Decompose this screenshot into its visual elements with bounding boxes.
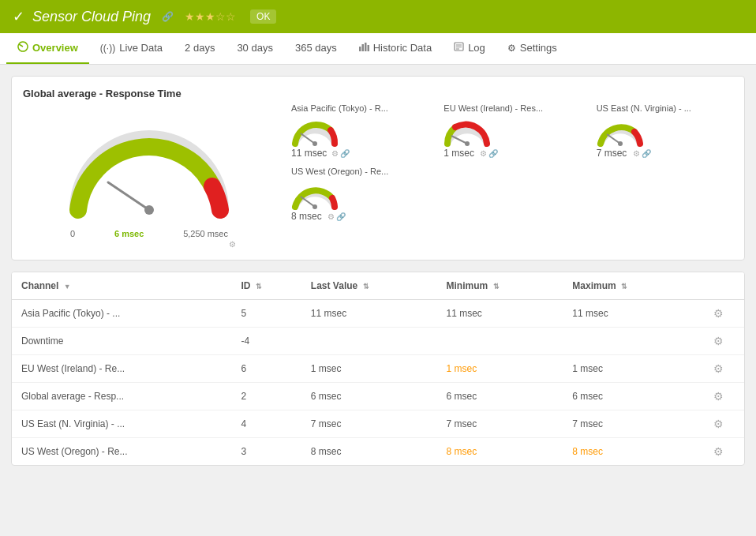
main-content: Global average - Response Time [0, 65, 756, 477]
main-gauge-wrapper: 0 6 msec 5,250 msec ⚙ [23, 107, 275, 249]
gauge-card: Global average - Response Time [11, 76, 745, 261]
row5-gear-icon[interactable]: ⚙ [713, 418, 724, 430]
small-gauge-us-west-svg [291, 179, 339, 211]
row1-gear-icon[interactable]: ⚙ [713, 307, 724, 320]
small-gauge-eu-west-svg [443, 116, 491, 148]
row2-action[interactable]: ⚙ [693, 328, 744, 355]
row4-action[interactable]: ⚙ [693, 383, 744, 410]
small-gauge-asia-pacific-title: Asia Pacific (Tokyo) - R... [291, 103, 388, 113]
tab-live-data-label: Live Data [119, 42, 163, 54]
tab-30-days[interactable]: 30 days [226, 33, 284, 64]
nav-tabs: Overview ((·)) Live Data 2 days 30 days … [0, 33, 756, 65]
row3-maximum: 1 msec [563, 355, 693, 383]
historic-data-icon [359, 42, 369, 54]
tab-historic-data[interactable]: Historic Data [348, 33, 443, 64]
table-card: Channel ▼ ID ⇅ Last Value ⇅ Minimum ⇅ Ma… [11, 272, 745, 466]
row4-last-value: 6 msec [301, 383, 437, 410]
header-title: Sensor Cloud Ping [32, 9, 151, 25]
row6-id: 3 [231, 438, 301, 466]
svg-line-12 [451, 136, 467, 144]
main-gauge-min-label: 0 [70, 229, 75, 238]
table-row: US West (Oregon) - Re... 3 8 msec 8 msec… [12, 438, 744, 466]
table-header: Channel ▼ ID ⇅ Last Value ⇅ Minimum ⇅ Ma… [12, 272, 744, 300]
table-row: EU West (Ireland) - Re... 6 1 msec 1 mse… [12, 355, 744, 383]
overview-icon [17, 41, 28, 54]
col-id[interactable]: ID ⇅ [231, 272, 301, 300]
live-data-icon: ((·)) [100, 43, 115, 54]
row2-gear-icon[interactable]: ⚙ [713, 335, 724, 347]
id-sort-icon: ⇅ [256, 283, 262, 290]
small-gauge-asia-pacific-svg [291, 116, 339, 148]
tab-overview-label: Overview [32, 42, 78, 54]
row6-gear-icon[interactable]: ⚙ [713, 445, 724, 458]
col-channel[interactable]: Channel ▼ [12, 272, 231, 300]
small-gauge-asia-pacific: Asia Pacific (Tokyo) - R... 11 msec ⚙ 🔗 [291, 103, 428, 159]
tab-365-days-label: 365 days [295, 42, 337, 54]
row5-last-value: 7 msec [301, 410, 437, 438]
settings-icon: ⚙ [507, 43, 516, 54]
data-table: Channel ▼ ID ⇅ Last Value ⇅ Minimum ⇅ Ma… [12, 272, 744, 465]
row2-maximum [563, 328, 693, 355]
log-icon [454, 42, 464, 54]
row6-maximum: 8 msec [563, 438, 693, 466]
sensor-label: Sensor [32, 9, 77, 24]
row4-maximum: 6 msec [563, 383, 693, 410]
small-gauge-us-east-value: 7 msec [597, 148, 628, 159]
tab-365-days[interactable]: 365 days [284, 33, 348, 64]
row3-action[interactable]: ⚙ [693, 355, 744, 383]
channel-sort-icon: ▼ [64, 283, 71, 290]
col-last-value[interactable]: Last Value ⇅ [301, 272, 437, 300]
tab-historic-data-label: Historic Data [373, 42, 432, 54]
row1-channel: Asia Pacific (Tokyo) - ... [12, 300, 231, 328]
gauge-settings-icon[interactable]: ⚙ [229, 240, 236, 249]
small-gauge-eu-west-icons: ⚙ 🔗 [480, 149, 498, 158]
table-row: Downtime -4 ⚙ [12, 328, 744, 355]
svg-point-9 [144, 205, 154, 215]
small-gauge-us-west-title: US West (Oregon) - Re... [291, 167, 388, 176]
rating-stars: ★★★☆☆ [185, 10, 236, 23]
header: ✓ Sensor Cloud Ping 🔗 ★★★☆☆ OK [0, 0, 756, 33]
small-gauge-eu-west-value: 1 msec [443, 148, 475, 159]
svg-point-13 [465, 141, 470, 146]
small-gauge-asia-pacific-row [291, 116, 339, 148]
table-body: Asia Pacific (Tokyo) - ... 5 11 msec 11 … [12, 300, 744, 466]
small-gauge-asia-pacific-icons: ⚙ 🔗 [331, 149, 350, 158]
row5-channel: US East (N. Virginia) - ... [12, 410, 231, 438]
col-maximum[interactable]: Maximum ⇅ [563, 272, 693, 300]
row2-id: -4 [231, 328, 301, 355]
svg-point-15 [618, 141, 623, 146]
small-gauge-us-east-title: US East (N. Virginia) - ... [597, 103, 691, 113]
tab-30-days-label: 30 days [237, 42, 273, 54]
small-gauges-grid: Asia Pacific (Tokyo) - R... 11 msec ⚙ 🔗 [291, 88, 733, 222]
row2-minimum [437, 328, 563, 355]
svg-rect-3 [367, 45, 369, 51]
tab-overview[interactable]: Overview [6, 33, 89, 64]
svg-point-17 [313, 204, 317, 209]
table-row: Asia Pacific (Tokyo) - ... 5 11 msec 11 … [12, 300, 744, 328]
row3-gear-icon[interactable]: ⚙ [713, 362, 724, 375]
table-row: US East (N. Virginia) - ... 4 7 msec 7 m… [12, 410, 744, 438]
svg-point-11 [313, 141, 317, 146]
maximum-sort-icon: ⇅ [621, 283, 627, 290]
tab-2-days[interactable]: 2 days [174, 33, 226, 64]
small-gauge-eu-west: EU West (Ireland) - Res... 1 msec ⚙ 🔗 [443, 103, 580, 159]
row6-action[interactable]: ⚙ [693, 438, 744, 466]
main-gauge-max-label: 5,250 msec [183, 229, 228, 238]
status-badge: OK [250, 9, 276, 24]
row1-action[interactable]: ⚙ [693, 300, 744, 328]
row5-action[interactable]: ⚙ [693, 410, 744, 438]
tab-log[interactable]: Log [443, 33, 496, 64]
main-gauge-labels: 0 6 msec 5,250 msec [62, 229, 236, 238]
tab-live-data[interactable]: ((·)) Live Data [89, 33, 174, 64]
row3-last-value: 1 msec [301, 355, 437, 383]
row6-channel: US West (Oregon) - Re... [12, 438, 231, 466]
row4-id: 2 [231, 383, 301, 410]
col-minimum[interactable]: Minimum ⇅ [437, 272, 563, 300]
svg-rect-1 [361, 44, 364, 51]
tab-settings[interactable]: ⚙ Settings [496, 33, 568, 64]
row4-gear-icon[interactable]: ⚙ [713, 390, 724, 403]
row6-minimum: 8 msec [437, 438, 563, 466]
small-gauge-us-west: US West (Oregon) - Re... 8 msec ⚙ 🔗 [291, 167, 428, 222]
svg-rect-0 [359, 47, 361, 51]
main-gauge-area: Global average - Response Time [23, 88, 275, 249]
